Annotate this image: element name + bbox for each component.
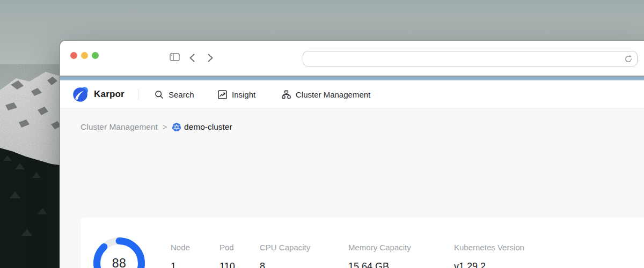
health-score-gauge: 88 bbox=[93, 237, 145, 268]
page-top-band bbox=[60, 77, 644, 80]
karpor-logo-icon[interactable] bbox=[71, 85, 90, 103]
stat-value: 8 bbox=[260, 261, 265, 268]
browser-titlebar bbox=[60, 41, 644, 76]
nav-item-search[interactable]: Search bbox=[155, 80, 194, 108]
reload-icon[interactable] bbox=[625, 55, 632, 63]
stat-label: Kubernetes Version bbox=[454, 243, 524, 252]
browser-window: Karpor Search Insight bbox=[60, 41, 644, 268]
search-icon bbox=[155, 90, 164, 99]
header-divider bbox=[138, 89, 138, 100]
breadcrumb-current-cluster: demo-cluster bbox=[184, 122, 232, 132]
breadcrumb: Cluster Management > demo-cluster bbox=[80, 122, 232, 132]
kubernetes-icon bbox=[172, 122, 181, 132]
sidebar-toggle-icon[interactable] bbox=[170, 53, 180, 61]
page-content: Cluster Management > demo-cluster bbox=[60, 108, 644, 268]
nav-label-search: Search bbox=[169, 90, 194, 99]
stat-label: Node bbox=[171, 243, 190, 252]
stat-value: 110 bbox=[219, 261, 235, 268]
stat-label: CPU Capacity bbox=[260, 243, 310, 252]
stat-value: v1.29.2 bbox=[454, 261, 486, 268]
window-controls bbox=[70, 52, 99, 59]
screenshot-stage: Karpor Search Insight bbox=[0, 0, 644, 268]
stat-value: 15.64 GB bbox=[348, 261, 389, 268]
cluster-summary-card: 88 Node 1 Pod 110 CPU Capacity 8 Memory … bbox=[80, 218, 644, 268]
forward-button-icon[interactable] bbox=[207, 54, 214, 62]
close-button[interactable] bbox=[70, 52, 77, 59]
breadcrumb-separator: > bbox=[163, 123, 167, 131]
address-bar[interactable] bbox=[303, 51, 638, 66]
nav-item-cluster-management[interactable]: Cluster Management bbox=[282, 80, 370, 108]
url-input[interactable] bbox=[308, 51, 625, 66]
back-button-icon[interactable] bbox=[189, 54, 195, 62]
insight-chart-icon bbox=[218, 90, 227, 99]
brand-name: Karpor bbox=[94, 89, 125, 100]
cluster-hierarchy-icon bbox=[282, 90, 291, 99]
app-header: Karpor Search Insight bbox=[60, 80, 644, 108]
stat-value: 1 bbox=[171, 261, 176, 268]
nav-item-insight[interactable]: Insight bbox=[218, 80, 255, 108]
breadcrumb-parent-link[interactable]: Cluster Management bbox=[80, 122, 158, 132]
stat-label: Pod bbox=[219, 243, 234, 252]
minimize-button[interactable] bbox=[81, 52, 88, 59]
nav-label-cluster-management: Cluster Management bbox=[296, 90, 370, 99]
zoom-button[interactable] bbox=[92, 52, 99, 59]
health-score-value: 88 bbox=[93, 237, 145, 268]
nav-label-insight: Insight bbox=[232, 90, 255, 99]
stat-label: Memory Capacity bbox=[348, 243, 411, 252]
